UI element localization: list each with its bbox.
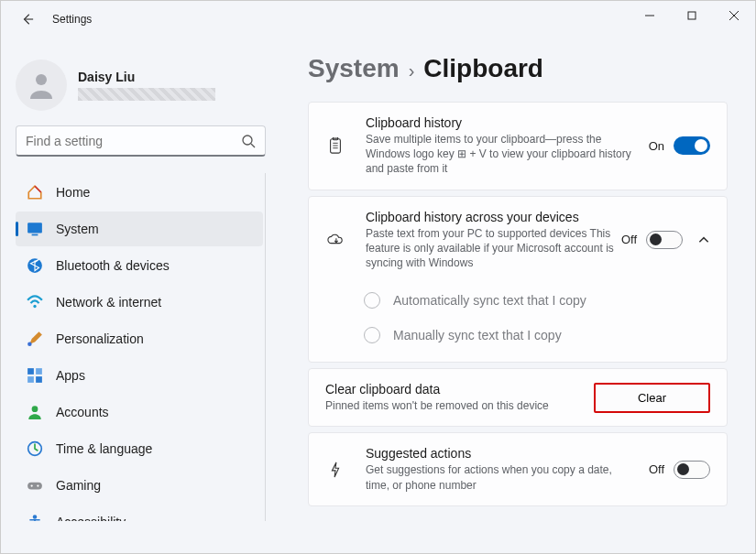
row-title: Suggested actions: [366, 446, 649, 461]
home-icon: [27, 184, 43, 201]
search-input[interactable]: [26, 134, 241, 148]
main-content: System › Clipboard Clipboard history Sav…: [280, 38, 755, 554]
breadcrumb-current: Clipboard: [423, 54, 543, 83]
sidebar-item-label: Time & language: [56, 441, 152, 456]
svg-point-11: [27, 342, 32, 346]
accessibility-icon: [27, 514, 43, 521]
sidebar-item-accounts[interactable]: Accounts: [16, 395, 263, 429]
svg-point-20: [37, 484, 38, 486]
system-icon: [27, 221, 43, 237]
svg-rect-8: [32, 234, 38, 236]
row-desc: Save multiple items to your clipboard—pr…: [366, 132, 631, 177]
search-box[interactable]: [16, 125, 266, 157]
row-title: Clipboard history: [366, 115, 649, 130]
radio-icon[interactable]: [364, 327, 380, 343]
svg-point-21: [33, 515, 38, 519]
svg-rect-18: [27, 483, 42, 490]
row-title: Clear clipboard data: [325, 382, 594, 396]
svg-point-16: [32, 406, 38, 412]
option-label: Automatically sync text that I copy: [393, 293, 586, 308]
svg-rect-14: [27, 376, 34, 383]
profile-email-redacted: [78, 88, 215, 101]
breadcrumb: System › Clipboard: [308, 54, 728, 83]
nav-list: Home System Bluetooth & devices Network …: [16, 173, 266, 521]
radio-icon[interactable]: [364, 292, 380, 309]
clipboard-history-row[interactable]: Clipboard history Save multiple items to…: [309, 103, 727, 190]
clipboard-history-toggle[interactable]: [674, 136, 710, 155]
sidebar-item-label: Gaming: [56, 478, 101, 493]
svg-point-10: [33, 305, 36, 308]
wifi-icon: [27, 294, 43, 310]
breadcrumb-parent[interactable]: System: [308, 54, 400, 83]
clock-globe-icon: [27, 440, 43, 457]
window-controls: [629, 1, 755, 30]
across-devices-toggle[interactable]: [646, 231, 683, 249]
sync-option-auto[interactable]: Automatically sync text that I copy: [309, 283, 727, 318]
row-desc: Paste text from your PC to supported dev…: [366, 226, 621, 271]
svg-rect-7: [27, 223, 42, 233]
back-icon[interactable]: [21, 13, 34, 26]
sidebar-item-label: Accounts: [56, 405, 109, 419]
clear-button[interactable]: Clear: [594, 383, 710, 413]
svg-point-5: [243, 136, 252, 145]
sidebar-item-label: System: [56, 222, 99, 236]
sync-option-manual[interactable]: Manually sync text that I copy: [309, 318, 727, 362]
suggested-actions-toggle[interactable]: [674, 461, 710, 479]
gamepad-icon: [27, 477, 43, 494]
toggle-state: On: [649, 139, 664, 153]
row-title: Clipboard history across your devices: [366, 210, 621, 224]
titlebar: Settings: [1, 1, 755, 38]
window-title: Settings: [52, 13, 92, 26]
sidebar-item-gaming[interactable]: Gaming: [16, 468, 263, 503]
minimize-button[interactable]: [629, 1, 671, 30]
clear-data-row: Clear clipboard data Pinned items won't …: [309, 369, 727, 426]
toggle-state: Off: [649, 462, 664, 476]
sidebar-item-label: Home: [56, 185, 90, 200]
sidebar-item-label: Network & internet: [56, 295, 161, 310]
sidebar-item-label: Bluetooth & devices: [56, 258, 170, 273]
sidebar-item-label: Personalization: [56, 331, 144, 346]
card-across-devices: Clipboard history across your devices Pa…: [308, 196, 728, 364]
sidebar: Daisy Liu Home System Bluetooth & device…: [1, 38, 280, 554]
sidebar-item-network[interactable]: Network & internet: [16, 285, 263, 320]
card-clipboard-history: Clipboard history Save multiple items to…: [308, 102, 728, 190]
svg-point-4: [36, 74, 47, 85]
sidebar-item-accessibility[interactable]: Accessibility: [16, 505, 263, 521]
sidebar-item-bluetooth[interactable]: Bluetooth & devices: [16, 248, 263, 283]
lightning-icon: [325, 462, 345, 478]
row-desc: Get suggestions for actions when you cop…: [366, 462, 631, 492]
profile[interactable]: Daisy Liu: [16, 60, 266, 111]
sidebar-item-label: Accessibility: [56, 515, 126, 521]
svg-rect-22: [331, 139, 341, 153]
svg-rect-12: [27, 368, 34, 375]
svg-rect-13: [36, 368, 42, 375]
sidebar-item-apps[interactable]: Apps: [16, 358, 263, 393]
toggle-state: Off: [621, 233, 637, 246]
svg-rect-1: [688, 12, 696, 19]
search-icon: [241, 134, 256, 148]
accounts-icon: [27, 404, 43, 420]
apps-icon: [27, 367, 43, 384]
close-button[interactable]: [713, 1, 755, 30]
cloud-sync-icon: [325, 232, 345, 248]
svg-rect-15: [36, 376, 42, 383]
row-desc: Pinned items won't be removed on this de…: [325, 398, 594, 413]
bluetooth-icon: [27, 257, 43, 274]
suggested-actions-row[interactable]: Suggested actions Get suggestions for ac…: [309, 433, 727, 505]
maximize-button[interactable]: [671, 1, 713, 30]
chevron-up-icon[interactable]: [697, 234, 710, 246]
card-suggested-actions: Suggested actions Get suggestions for ac…: [308, 432, 728, 505]
svg-line-6: [251, 144, 255, 147]
sidebar-item-system[interactable]: System: [16, 212, 263, 246]
paintbrush-icon: [27, 331, 43, 347]
sidebar-item-home[interactable]: Home: [16, 175, 263, 210]
svg-point-19: [31, 484, 33, 486]
across-devices-row[interactable]: Clipboard history across your devices Pa…: [309, 197, 727, 284]
profile-name: Daisy Liu: [78, 70, 215, 84]
sidebar-item-time[interactable]: Time & language: [16, 431, 263, 466]
card-clear-data: Clear clipboard data Pinned items won't …: [308, 368, 728, 427]
sidebar-item-label: Apps: [56, 368, 85, 383]
clipboard-icon: [325, 137, 345, 154]
sidebar-item-personalization[interactable]: Personalization: [16, 321, 263, 356]
option-label: Manually sync text that I copy: [393, 328, 562, 342]
